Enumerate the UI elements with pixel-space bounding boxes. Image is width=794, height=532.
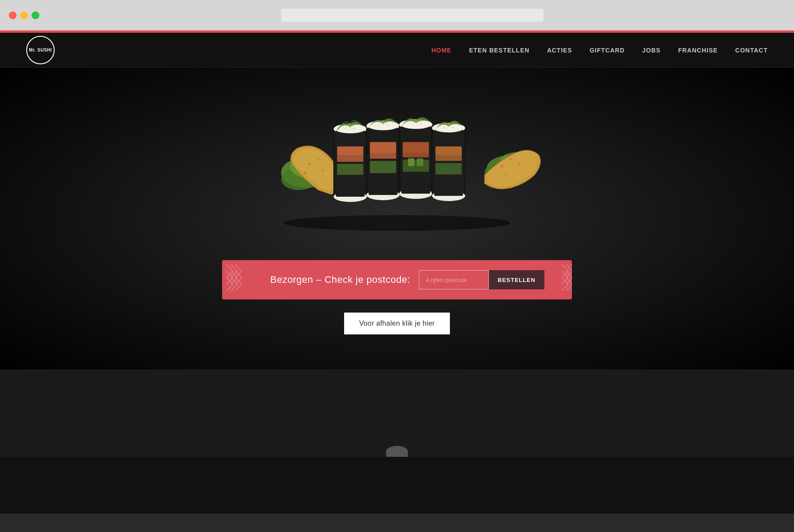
bestellen-button[interactable]: BESTELLEN (489, 270, 544, 289)
url-bar[interactable] (281, 9, 543, 22)
delivery-form: BESTELLEN (419, 270, 544, 289)
browser-chrome (0, 0, 794, 31)
sushi-image (244, 94, 550, 234)
svg-point-11 (322, 170, 324, 172)
nav-link-home[interactable]: HOME (432, 47, 452, 54)
close-button[interactable] (9, 11, 17, 19)
postcode-input[interactable] (419, 270, 489, 289)
pickup-section: Voor afhalen klik je hier (344, 313, 450, 334)
hero-section: Bezorgen – Check je postcode: BESTELLEN (0, 68, 794, 369)
svg-point-19 (345, 128, 347, 129)
traffic-lights (9, 11, 39, 19)
logo-text: Mr. SUSHI (29, 48, 52, 53)
svg-point-62 (505, 174, 507, 176)
nav-link-jobs[interactable]: JOBS (642, 47, 661, 54)
svg-rect-63 (334, 155, 367, 181)
banner-decoration-right (557, 260, 572, 299)
nav-link-franchise[interactable]: FRANCHISE (678, 47, 718, 54)
navbar: Mr. SUSHI HOME ETEN BESTELLEN ACTIES GIF… (0, 33, 794, 68)
minimize-button[interactable] (20, 11, 28, 19)
svg-point-22 (348, 129, 348, 130)
delivery-banner: Bezorgen – Check je postcode: BESTELLEN (222, 260, 572, 299)
website-content: Mr. SUSHI HOME ETEN BESTELLEN ACTIES GIF… (0, 33, 794, 514)
svg-point-0 (283, 215, 511, 231)
nav-link-eten-bestellen[interactable]: ETEN BESTELLEN (469, 47, 529, 54)
nav-item-home[interactable]: HOME (432, 46, 452, 54)
banner-decoration-left (222, 260, 257, 299)
svg-rect-65 (399, 153, 432, 181)
svg-point-43 (412, 123, 413, 125)
svg-point-59 (501, 165, 503, 167)
banner-content: Bezorgen – Check je postcode: BESTELLEN (257, 260, 557, 299)
nav-item-acties[interactable]: ACTIES (547, 46, 572, 54)
svg-point-8 (308, 163, 311, 165)
svg-point-61 (518, 163, 521, 165)
bottom-avatar (386, 446, 408, 457)
svg-point-9 (317, 159, 319, 160)
svg-point-23 (352, 129, 353, 129)
nav-link-contact[interactable]: CONTACT (735, 47, 768, 54)
logo[interactable]: Mr. SUSHI (26, 36, 55, 64)
svg-point-31 (378, 125, 380, 126)
svg-point-21 (354, 128, 355, 129)
svg-point-55 (453, 127, 454, 128)
nav-links: HOME ETEN BESTELLEN ACTIES GIFTCARD JOBS… (432, 46, 768, 54)
svg-point-53 (444, 127, 445, 128)
nav-item-jobs[interactable]: JOBS (642, 46, 661, 54)
svg-rect-66 (432, 155, 465, 181)
maximize-button[interactable] (31, 11, 39, 19)
delivery-text: Bezorgen – Check je postcode: (270, 274, 410, 285)
nav-item-franchise[interactable]: FRANCHISE (678, 46, 718, 54)
svg-point-45 (421, 123, 422, 125)
nav-item-eten-bestellen[interactable]: ETEN BESTELLEN (469, 46, 529, 54)
svg-point-33 (387, 125, 388, 126)
svg-point-10 (304, 171, 306, 174)
nav-item-contact[interactable]: CONTACT (735, 46, 768, 54)
pickup-button[interactable]: Voor afhalen klik je hier (344, 313, 450, 334)
nav-link-giftcard[interactable]: GIFTCARD (589, 47, 624, 54)
svg-rect-64 (366, 153, 400, 181)
svg-point-60 (510, 159, 512, 161)
nav-link-acties[interactable]: ACTIES (547, 47, 572, 54)
footer-section (0, 369, 794, 457)
nav-item-giftcard[interactable]: GIFTCARD (589, 46, 624, 54)
